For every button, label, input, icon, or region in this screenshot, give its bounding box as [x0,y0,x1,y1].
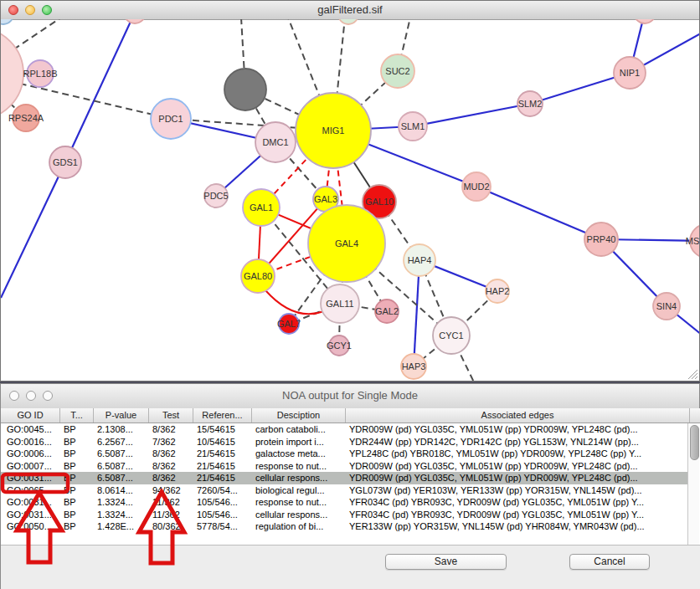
node-label-GAL1: GAL1 [250,202,273,213]
node-top-green[interactable] [338,19,358,24]
cell: YDR009W (pd) YGL035C, YML051W (pp) YDR00… [346,460,689,473]
header-cell-associated-edges[interactable]: Associated edges [346,408,690,423]
header-cell-desciption[interactable]: Desciption [252,408,346,423]
cell: protein import i... [252,436,346,448]
node-label-CYC1: CYC1 [439,330,463,341]
window-title: galFiltered.sif [1,3,699,16]
cell: GO:0016... [1,436,60,448]
cell: response to nut... [252,496,346,509]
cell: 1.3324... [94,496,149,509]
cell: GO:0031... [1,496,60,509]
cell: cellular respons... [252,472,346,484]
vertical-scrollbar[interactable] [687,423,699,545]
header-corner [690,408,700,423]
cell: 1.3324... [94,509,149,521]
node-label-GAL80: GAL80 [244,271,272,281]
edge-blue[interactable] [65,19,135,162]
table-row-3[interactable]: GO:0006...BP6.5087...8/36221/54615galact… [1,448,689,460]
cell: GO:0045... [1,423,60,436]
cell: BP [60,460,94,473]
cell: YFR034C (pd) YBR093C, YDR009W (pd) YGL03… [346,509,689,521]
cell: galactose meta... [252,448,346,460]
table-row-8[interactable]: GO:0031...BP1.3324...11/362105/546...cel… [1,509,689,521]
save-button[interactable]: Save [385,554,507,570]
cell: 5778/54... [193,520,252,533]
cell: GO:0031... [1,472,60,484]
node-corner-blue[interactable] [1,19,13,24]
cell: 7260/54... [193,484,252,497]
cell: BP [60,448,94,460]
edge-blue[interactable] [476,187,601,239]
cell: YER133W (pp) YOR315W, YNL145W (pd) YHR08… [346,520,689,533]
cancel-button[interactable]: Cancel [569,554,650,570]
node-label-GCY1: GCY1 [327,341,352,351]
edge-red[interactable] [265,290,324,314]
node-label-SIN4: SIN4 [656,301,677,311]
cell: YPL248C (pd) YBR018C, YML051W (pp) YDR00… [346,448,689,460]
node-label-GAL2: GAL2 [375,306,399,316]
noa-titlebar[interactable]: NOA output for Single Mode [1,384,699,409]
node-label-GAL10: GAL10 [365,197,394,207]
table-row-1[interactable]: GO:0045...BP2.1308...8/36215/54615carbon… [1,423,689,436]
cell: 21/54615 [193,460,252,473]
edge-blue[interactable] [1,162,65,298]
table-row-2[interactable]: GO:0016...BP6.2567...7/36210/54615protei… [1,436,689,448]
cell: BP [60,472,94,484]
table-row-5[interactable]: GO:0031...BP6.5087...8/36221/54615cellul… [1,472,689,484]
cell: 6.5087... [94,448,149,460]
node-label-PRP40: PRP40 [587,234,616,244]
cell: BP [60,423,94,436]
cell: 6.2567... [94,436,149,448]
cell: 21/54615 [193,472,252,484]
header-cell-test[interactable]: Test [149,408,193,423]
node-label-GAL11: GAL11 [326,299,353,309]
cell: 8/362 [149,460,193,473]
cell: YDR009W (pd) YGL035C, YML051W (pp) YDR00… [346,472,689,484]
cell: BP [60,509,94,521]
node-label-HAP3: HAP3 [402,361,426,371]
network-window: galFiltered.sif RPL18BRPS24AGDS1PDC1DMC1… [0,0,700,382]
header-cell-t---[interactable]: T... [60,408,94,423]
node-top-pink[interactable] [124,19,146,23]
cell: YDR009W (pd) YGL035C, YML051W (pp) YDR00… [346,423,689,436]
table-row-6[interactable]: GO:0065...BP8.0614...94/3627260/54...bio… [1,484,689,497]
header-cell-p-value[interactable]: P-value [94,408,149,423]
resize-grip-icon[interactable] [687,369,698,380]
table-row-4[interactable]: GO:0007...BP6.5087...8/36221/54615respon… [1,460,689,473]
node-label-RPS24A: RPS24A [8,113,44,123]
screen: { "network_window": { "title": "galFilte… [0,0,700,589]
cell: BP [60,520,94,533]
header-cell-go-id[interactable]: GO ID [1,408,60,423]
table-header: GO IDT...P-valueTestReferen...Desciption… [1,408,700,423]
network-canvas[interactable]: RPL18BRPS24AGDS1PDC1DMC1MIG1SUC2SLM1SLM2… [1,19,699,381]
cell: 11/362 [149,509,193,521]
node-gray-node[interactable] [224,69,266,110]
cell: BP [60,496,94,509]
node-label-PDC5: PDC5 [203,191,228,201]
node-label-MSN: MSN [686,236,699,246]
network-titlebar[interactable]: galFiltered.sif [1,1,699,20]
cell: GO:0007... [1,460,60,473]
node-top-right-pink[interactable] [634,19,656,23]
cell: 15/54615 [193,423,252,436]
edge-blue[interactable] [413,104,530,126]
node-label-MIG1: MIG1 [322,125,345,136]
node-label-GAL4: GAL4 [335,238,358,248]
cell: carbon cataboli... [252,423,346,436]
cell: BP [60,436,94,448]
cell: 7/362 [149,436,193,448]
cell: 8/362 [149,472,193,484]
cell: 8/362 [149,423,193,436]
cell: GO:0065... [1,484,60,497]
cell: biological regul... [252,484,346,497]
scrollbar-thumb[interactable] [690,425,699,460]
cell: 80/362 [149,520,193,533]
table-row-9[interactable]: GO:0050...BP1.428E...80/3625778/54...reg… [1,520,689,533]
header-cell-referen---[interactable]: Referen... [193,408,252,423]
node-label-HAP4: HAP4 [408,255,432,265]
table-body: GO:0045...BP2.1308...8/36215/54615carbon… [1,423,700,545]
table-row-7[interactable]: GO:0031...BP1.3324...11/362105/546...res… [1,496,689,509]
cell: 11/362 [149,496,193,509]
noa-output-window: NOA output for Single Mode GO IDT...P-va… [0,383,700,589]
cell: 105/546... [193,496,252,509]
